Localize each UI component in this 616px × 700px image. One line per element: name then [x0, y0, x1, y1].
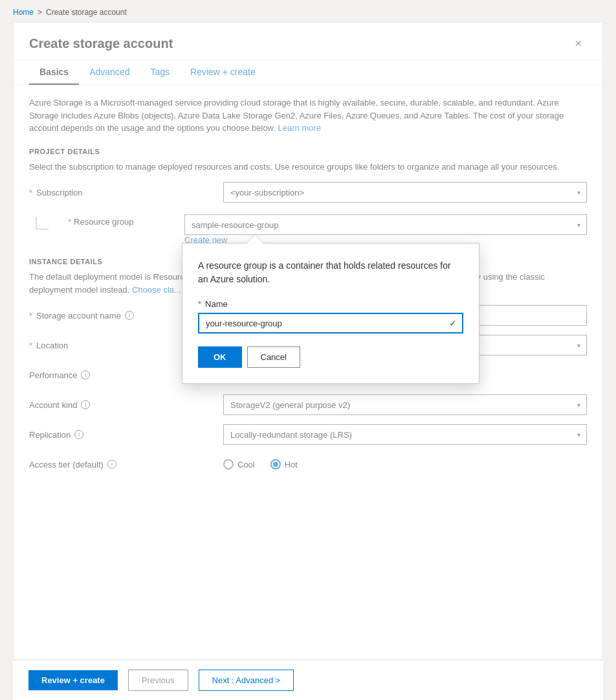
breadcrumb-separator: > — [38, 8, 42, 17]
modal-ok-button[interactable]: OK — [198, 346, 242, 368]
breadcrumb-home[interactable]: Home — [13, 8, 34, 17]
checkmark-icon: ✓ — [449, 318, 457, 328]
modal-cancel-button[interactable]: Cancel — [247, 346, 300, 368]
previous-button[interactable]: Previous — [128, 670, 188, 691]
modal-name-label: * Name — [198, 299, 463, 309]
modal-arrow — [247, 236, 263, 243]
main-panel: Create storage account × Basics Advanced… — [13, 22, 603, 660]
modal-description: A resource group is a container that hol… — [198, 259, 463, 286]
resource-group-name-input[interactable] — [198, 313, 463, 333]
footer: Review + create Previous Next : Advanced… — [13, 660, 603, 700]
modal-name-star: * — [198, 299, 201, 309]
breadcrumb-current: Create storage account — [46, 8, 127, 17]
modal-input-wrapper: ✓ — [198, 313, 463, 333]
resource-group-modal: A resource group is a container that hol… — [182, 243, 479, 384]
next-button[interactable]: Next : Advanced > — [199, 670, 294, 691]
review-create-button[interactable]: Review + create — [28, 670, 118, 690]
breadcrumb: Home > Create storage account — [0, 0, 616, 22]
modal-buttons: OK Cancel — [198, 346, 463, 368]
